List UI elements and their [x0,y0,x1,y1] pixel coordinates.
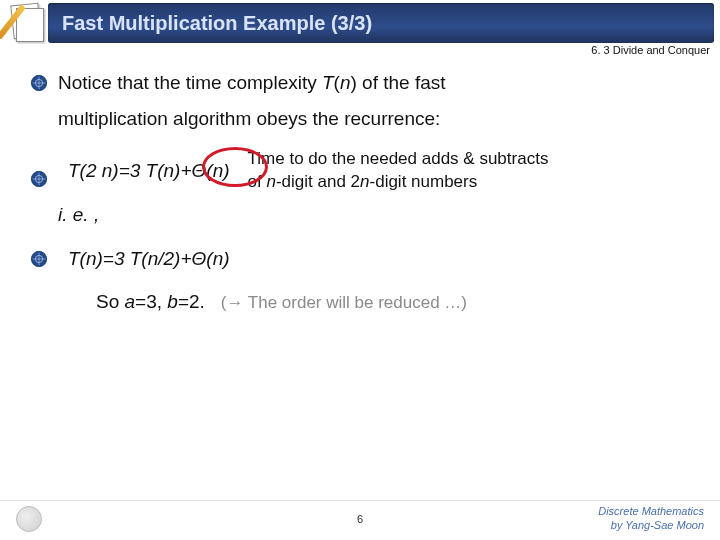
footer: 6 Discrete Mathematics by Yang-Sae Moon [0,500,720,536]
recurrence-1-row: T(2 n)=3 T(n)+Θ(n) Time to do the needed… [30,148,690,194]
order-reduced-note: (→ The order will be reduced …) [221,293,467,312]
page-number: 6 [357,513,363,525]
recurrence-1: T(2 n)=3 T(n)+Θ(n) [68,154,230,188]
intro-text-1: Notice that the time complexity T(n) of … [58,66,446,100]
slide-title: Fast Multiplication Example (3/3) [48,3,714,43]
header-decor-icon [6,2,48,44]
bullet-icon [30,165,48,183]
intro-line-1: Notice that the time complexity T(n) of … [30,66,690,100]
recurrence-1-note: Time to do the needed adds & subtracts o… [248,148,549,194]
so-line: So a=3, b=2. (→ The order will be reduce… [30,285,690,319]
recurrence-2-row: T(n)=3 T(n/2)+Θ(n) [30,242,690,276]
recurrence-2: T(n)=3 T(n/2)+Θ(n) [68,242,230,276]
slide-title-text: Fast Multiplication Example (3/3) [62,12,372,35]
bullet-icon [30,245,48,263]
university-seal-icon [16,506,42,532]
intro-line-2: multiplication algorithm obeys the recur… [30,102,690,136]
bullet-icon [30,69,48,87]
ie-label: i. e. , [30,198,690,232]
course-credit: Discrete Mathematics by Yang-Sae Moon [598,505,704,531]
section-label: 6. 3 Divide and Conquer [591,44,710,56]
